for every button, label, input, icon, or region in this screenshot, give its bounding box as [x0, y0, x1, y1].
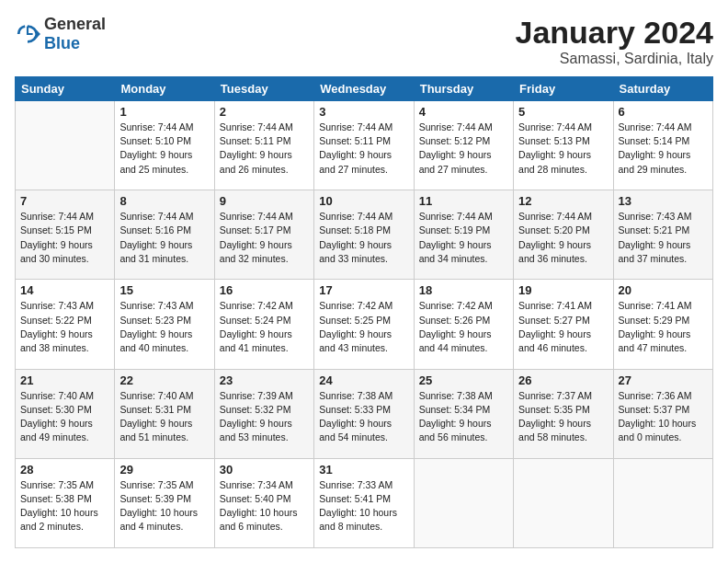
table-cell: 4Sunrise: 7:44 AM Sunset: 5:12 PM Daylig…	[414, 101, 513, 190]
table-cell: 14Sunrise: 7:43 AM Sunset: 5:22 PM Dayli…	[16, 280, 115, 369]
day-info: Sunrise: 7:44 AM Sunset: 5:10 PM Dayligh…	[119, 121, 209, 177]
day-info: Sunrise: 7:40 AM Sunset: 5:30 PM Dayligh…	[20, 389, 109, 445]
day-number: 13	[619, 194, 708, 208]
table-cell: 10Sunrise: 7:44 AM Sunset: 5:18 PM Dayli…	[314, 190, 414, 280]
table-cell: 7Sunrise: 7:44 AM Sunset: 5:15 PM Daylig…	[16, 190, 115, 280]
header-thursday: Thursday	[414, 77, 513, 101]
day-number: 10	[319, 194, 408, 208]
table-cell: 27Sunrise: 7:36 AM Sunset: 5:37 PM Dayli…	[613, 369, 712, 458]
day-number: 28	[20, 463, 109, 477]
table-cell: 9Sunrise: 7:44 AM Sunset: 5:17 PM Daylig…	[214, 190, 313, 280]
month-title: January 2024	[516, 15, 714, 51]
day-info: Sunrise: 7:35 AM Sunset: 5:39 PM Dayligh…	[119, 478, 209, 534]
day-info: Sunrise: 7:34 AM Sunset: 5:40 PM Dayligh…	[220, 478, 309, 534]
table-cell: 20Sunrise: 7:41 AM Sunset: 5:29 PM Dayli…	[613, 280, 712, 369]
header-saturday: Saturday	[613, 77, 712, 101]
logo-text: General Blue	[44, 15, 106, 53]
day-info: Sunrise: 7:44 AM Sunset: 5:12 PM Dayligh…	[419, 121, 508, 177]
day-info: Sunrise: 7:33 AM Sunset: 5:41 PM Dayligh…	[319, 478, 408, 534]
day-number: 18	[419, 283, 508, 297]
calendar-row: 21Sunrise: 7:40 AM Sunset: 5:30 PM Dayli…	[16, 369, 713, 458]
day-info: Sunrise: 7:43 AM Sunset: 5:23 PM Dayligh…	[119, 299, 209, 355]
day-info: Sunrise: 7:44 AM Sunset: 5:13 PM Dayligh…	[518, 121, 608, 177]
table-cell: 29Sunrise: 7:35 AM Sunset: 5:39 PM Dayli…	[115, 458, 214, 547]
table-cell: 17Sunrise: 7:42 AM Sunset: 5:25 PM Dayli…	[314, 280, 414, 369]
table-cell	[514, 458, 613, 547]
table-cell: 31Sunrise: 7:33 AM Sunset: 5:41 PM Dayli…	[314, 458, 414, 547]
day-number: 11	[419, 194, 508, 208]
day-number: 24	[319, 373, 408, 387]
day-info: Sunrise: 7:44 AM Sunset: 5:11 PM Dayligh…	[220, 121, 309, 177]
logo-blue: Blue	[44, 34, 80, 52]
day-number: 8	[119, 194, 209, 208]
day-number: 26	[518, 373, 608, 387]
table-cell: 24Sunrise: 7:38 AM Sunset: 5:33 PM Dayli…	[314, 369, 414, 458]
calendar-table: Sunday Monday Tuesday Wednesday Thursday…	[15, 76, 713, 548]
day-number: 5	[518, 105, 608, 119]
day-number: 31	[319, 463, 408, 477]
day-number: 27	[619, 373, 708, 387]
day-number: 23	[220, 373, 309, 387]
day-info: Sunrise: 7:38 AM Sunset: 5:33 PM Dayligh…	[319, 389, 408, 445]
header: General Blue January 2024 Samassi, Sardi…	[15, 15, 713, 67]
table-cell: 23Sunrise: 7:39 AM Sunset: 5:32 PM Dayli…	[214, 369, 313, 458]
calendar-row: 7Sunrise: 7:44 AM Sunset: 5:15 PM Daylig…	[16, 190, 713, 280]
location-title: Samassi, Sardinia, Italy	[516, 51, 714, 67]
day-info: Sunrise: 7:43 AM Sunset: 5:21 PM Dayligh…	[619, 210, 708, 266]
table-cell: 5Sunrise: 7:44 AM Sunset: 5:13 PM Daylig…	[514, 101, 613, 190]
day-number: 9	[220, 194, 309, 208]
page: General Blue January 2024 Samassi, Sardi…	[0, 0, 728, 563]
day-info: Sunrise: 7:35 AM Sunset: 5:38 PM Dayligh…	[20, 478, 109, 534]
day-number: 17	[319, 283, 408, 297]
header-row: Sunday Monday Tuesday Wednesday Thursday…	[16, 77, 713, 101]
table-cell: 3Sunrise: 7:44 AM Sunset: 5:11 PM Daylig…	[314, 101, 414, 190]
table-cell: 25Sunrise: 7:38 AM Sunset: 5:34 PM Dayli…	[414, 369, 513, 458]
table-cell: 22Sunrise: 7:40 AM Sunset: 5:31 PM Dayli…	[115, 369, 214, 458]
day-number: 15	[119, 283, 209, 297]
day-number: 30	[220, 463, 309, 477]
day-number: 2	[220, 105, 309, 119]
table-cell: 12Sunrise: 7:44 AM Sunset: 5:20 PM Dayli…	[514, 190, 613, 280]
day-info: Sunrise: 7:40 AM Sunset: 5:31 PM Dayligh…	[119, 389, 209, 445]
table-cell: 2Sunrise: 7:44 AM Sunset: 5:11 PM Daylig…	[214, 101, 313, 190]
calendar-row: 1Sunrise: 7:44 AM Sunset: 5:10 PM Daylig…	[16, 101, 713, 190]
day-info: Sunrise: 7:44 AM Sunset: 5:19 PM Dayligh…	[419, 210, 508, 266]
logo: General Blue	[15, 15, 106, 53]
day-info: Sunrise: 7:44 AM Sunset: 5:17 PM Dayligh…	[220, 210, 309, 266]
day-number: 16	[220, 283, 309, 297]
table-cell: 28Sunrise: 7:35 AM Sunset: 5:38 PM Dayli…	[16, 458, 115, 547]
day-number: 3	[319, 105, 408, 119]
title-section: January 2024 Samassi, Sardinia, Italy	[516, 15, 714, 67]
table-cell: 19Sunrise: 7:41 AM Sunset: 5:27 PM Dayli…	[514, 280, 613, 369]
day-info: Sunrise: 7:41 AM Sunset: 5:29 PM Dayligh…	[619, 299, 708, 355]
day-info: Sunrise: 7:44 AM Sunset: 5:15 PM Dayligh…	[20, 210, 109, 266]
logo-general: General	[44, 15, 106, 33]
table-cell: 30Sunrise: 7:34 AM Sunset: 5:40 PM Dayli…	[214, 458, 313, 547]
day-info: Sunrise: 7:38 AM Sunset: 5:34 PM Dayligh…	[419, 389, 508, 445]
day-info: Sunrise: 7:39 AM Sunset: 5:32 PM Dayligh…	[220, 389, 309, 445]
day-info: Sunrise: 7:41 AM Sunset: 5:27 PM Dayligh…	[518, 299, 608, 355]
table-cell: 18Sunrise: 7:42 AM Sunset: 5:26 PM Dayli…	[414, 280, 513, 369]
day-info: Sunrise: 7:44 AM Sunset: 5:18 PM Dayligh…	[319, 210, 408, 266]
svg-marker-0	[37, 30, 40, 38]
header-monday: Monday	[115, 77, 214, 101]
day-info: Sunrise: 7:42 AM Sunset: 5:24 PM Dayligh…	[220, 299, 309, 355]
day-number: 1	[119, 105, 209, 119]
day-number: 25	[419, 373, 508, 387]
header-friday: Friday	[514, 77, 613, 101]
table-cell: 11Sunrise: 7:44 AM Sunset: 5:19 PM Dayli…	[414, 190, 513, 280]
calendar-row: 28Sunrise: 7:35 AM Sunset: 5:38 PM Dayli…	[16, 458, 713, 547]
day-number: 6	[619, 105, 708, 119]
day-number: 29	[119, 463, 209, 477]
day-number: 12	[518, 194, 608, 208]
table-cell: 16Sunrise: 7:42 AM Sunset: 5:24 PM Dayli…	[214, 280, 313, 369]
day-number: 4	[419, 105, 508, 119]
header-sunday: Sunday	[16, 77, 115, 101]
day-info: Sunrise: 7:43 AM Sunset: 5:22 PM Dayligh…	[20, 299, 109, 355]
day-number: 22	[119, 373, 209, 387]
logo-icon	[15, 21, 40, 47]
day-info: Sunrise: 7:36 AM Sunset: 5:37 PM Dayligh…	[619, 389, 708, 445]
day-info: Sunrise: 7:44 AM Sunset: 5:11 PM Dayligh…	[319, 121, 408, 177]
day-number: 19	[518, 283, 608, 297]
day-number: 20	[619, 283, 708, 297]
